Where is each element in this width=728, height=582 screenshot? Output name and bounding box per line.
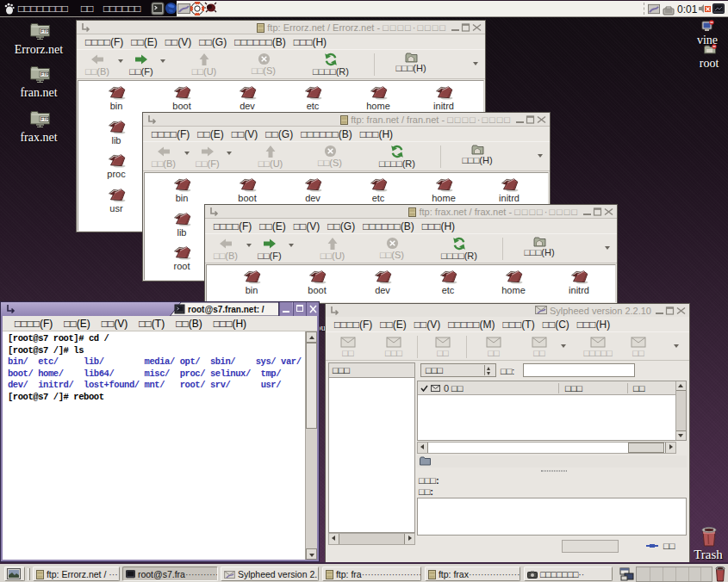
svg-text:root@s7.fran.net: /: root@s7.fran.net: / <box>188 305 264 314</box>
